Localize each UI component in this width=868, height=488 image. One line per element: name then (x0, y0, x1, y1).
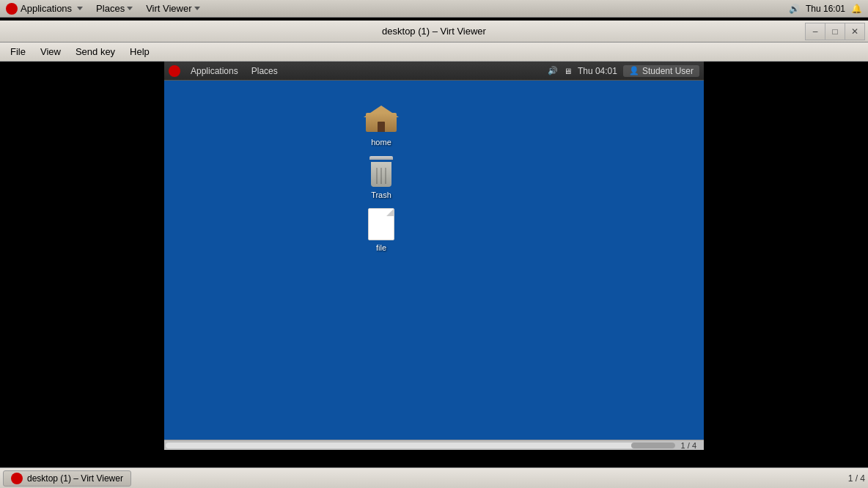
vm-scrollbar-thumb[interactable] (631, 443, 675, 448)
document-icon (368, 208, 394, 240)
trash-lid (369, 156, 393, 160)
trash-line-1 (376, 168, 378, 184)
file-icon-label: file (376, 243, 386, 252)
virt-minimize-button[interactable]: – (805, 23, 825, 40)
virt-maximize-button[interactable]: □ (825, 23, 845, 40)
virt-sendkey-menu[interactable]: Send key (68, 45, 122, 59)
home-door (378, 122, 385, 132)
vm-user-badge[interactable]: 👤 Student User (623, 65, 699, 77)
trash-line-2 (380, 168, 382, 184)
virtviewer-arrow-icon (194, 7, 200, 10)
host-volume-icon[interactable]: 🔊 (789, 4, 800, 14)
desktop-icon-trash[interactable]: Trash (355, 151, 408, 202)
trash-line-3 (385, 168, 386, 184)
vm-panel-right: 🔊 🖥 Thu 04:01 👤 Student User (548, 65, 699, 77)
virt-file-menu[interactable]: File (3, 45, 33, 59)
virt-taskbar: desktop (1) – Virt Viewer 1 / 4 (0, 467, 868, 488)
vm-places-label: Places (251, 66, 278, 76)
virt-window-title: desktop (1) – Virt Viewer (382, 26, 486, 37)
virt-viewer-window: desktop (1) – Virt Viewer – □ ✕ File Vie… (0, 21, 868, 488)
virt-taskbar-item[interactable]: desktop (1) – Virt Viewer (3, 470, 131, 487)
desktop-icon-home[interactable]: home (355, 98, 408, 149)
host-topbar-left: Applications Places Virt Viewer (0, 1, 789, 17)
trash-icon-label: Trash (371, 191, 391, 199)
vm-app-icon (169, 65, 180, 77)
home-icon-label: home (371, 138, 391, 147)
places-arrow-icon (127, 7, 133, 10)
vm-panel-left: Applications Places (169, 64, 545, 78)
vm-applications-menu[interactable]: Applications (185, 64, 244, 78)
host-app-icon (6, 3, 18, 15)
virt-menubar: File View Send key Help (0, 42, 868, 62)
trash-can-icon (368, 156, 394, 187)
file-fold (386, 209, 394, 216)
vm-scrollbar-track[interactable] (166, 443, 675, 448)
vm-scrollbar: 1 / 4 (164, 440, 704, 450)
virt-help-menu[interactable]: Help (122, 45, 157, 59)
host-applications-label: Applications (21, 3, 72, 14)
virt-taskbar-right: 1 / 4 (848, 473, 865, 484)
virt-taskbar-icon (11, 473, 23, 484)
virt-page-indicator: 1 / 4 (848, 473, 865, 484)
virt-titlebar-buttons: – □ ✕ (806, 23, 865, 40)
file-icon (364, 207, 399, 242)
host-places-label: Places (96, 3, 125, 14)
vm-page-indicator: 1 / 4 (675, 441, 702, 450)
virt-close-button[interactable]: ✕ (845, 23, 865, 40)
host-applications-menu[interactable]: Applications (0, 1, 89, 17)
trash-body (371, 162, 391, 187)
host-places-menu[interactable]: Places (90, 1, 139, 17)
trash-icon (364, 154, 399, 189)
vm-places-menu[interactable]: Places (246, 64, 284, 78)
vm-top-panel: Applications Places 🔊 🖥 Thu 04:01 👤 Stud… (164, 62, 704, 81)
applications-arrow-icon (77, 7, 83, 10)
host-topbar-right: 🔊 Thu 16:01 🔔 (789, 4, 868, 14)
trash-lines (374, 168, 389, 184)
vm-user-icon: 👤 (629, 66, 639, 75)
vm-screen: Applications Places 🔊 🖥 Thu 04:01 👤 Stud… (164, 62, 704, 450)
host-virtviewer-label: Virt Viewer (146, 3, 191, 14)
vm-network-icon: 🖥 (564, 67, 572, 75)
host-notif-icon[interactable]: 🔔 (851, 4, 862, 14)
host-topbar: Applications Places Virt Viewer 🔊 Thu 16… (0, 0, 868, 18)
host-virtviewer-menu[interactable]: Virt Viewer (140, 1, 205, 17)
vm-user-label: Student User (642, 66, 694, 76)
desktop-icon-file[interactable]: file (355, 204, 408, 255)
virt-taskbar-label: desktop (1) – Virt Viewer (27, 473, 123, 484)
vm-applications-label: Applications (191, 66, 238, 76)
virt-viewport: Applications Places 🔊 🖥 Thu 04:01 👤 Stud… (0, 62, 868, 467)
vm-desktop: home (164, 81, 704, 440)
host-time: Thu 16:01 (806, 4, 845, 14)
virt-view-menu[interactable]: View (33, 45, 68, 59)
vm-time: Thu 04:01 (578, 66, 617, 76)
home-icon (364, 101, 399, 136)
virt-titlebar: desktop (1) – Virt Viewer – □ ✕ (0, 21, 868, 42)
vm-volume-icon[interactable]: 🔊 (548, 66, 558, 75)
home-folder-icon (366, 106, 397, 132)
